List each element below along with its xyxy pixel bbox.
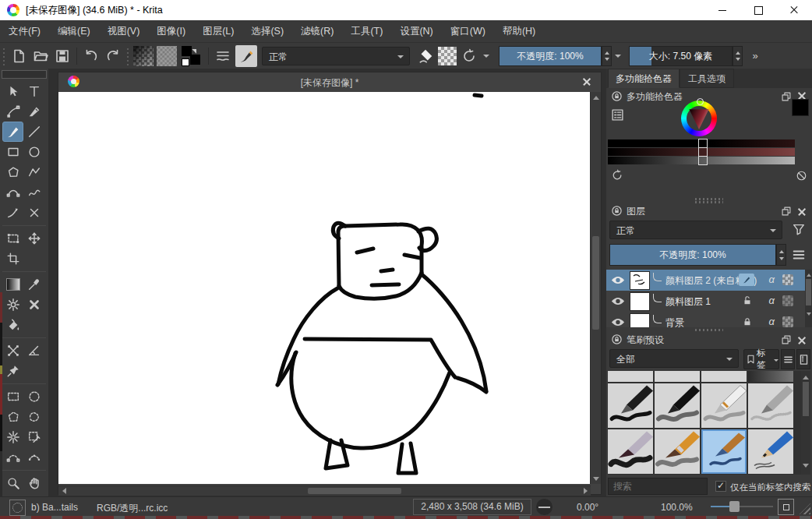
visibility-eye-icon[interactable] <box>611 296 625 306</box>
layer-thumbnail[interactable] <box>630 292 650 311</box>
preset-gray-pen[interactable] <box>748 383 793 428</box>
status-color-profile[interactable]: RGB/透明...rc.icc <box>97 502 168 515</box>
docker-resize-handle[interactable] <box>695 198 723 200</box>
toolbar-overflow-button[interactable]: » <box>749 50 761 62</box>
scroll-left-button[interactable] <box>58 486 68 496</box>
preset-paint-brush-dark[interactable] <box>608 429 653 474</box>
menu-help[interactable]: 帮助(H) <box>494 20 544 42</box>
lock-open-icon[interactable] <box>742 295 753 306</box>
tool-magnetic-select[interactable] <box>23 447 44 468</box>
preset-filter-dropdown[interactable]: 全部 <box>609 349 739 368</box>
redo-button[interactable] <box>102 45 124 67</box>
tool-assistants[interactable] <box>2 341 23 361</box>
preset-blue-pencil[interactable] <box>748 429 793 474</box>
tool-zoom[interactable] <box>2 473 23 493</box>
inherit-alpha-icon[interactable] <box>782 295 793 306</box>
tool-pattern-edit[interactable] <box>2 295 23 315</box>
tool-contiguous-select[interactable] <box>23 427 44 447</box>
undo-button[interactable] <box>80 45 102 67</box>
preset-airbrush[interactable] <box>748 371 793 382</box>
close-docker-button[interactable] <box>796 335 807 346</box>
canvas[interactable] <box>58 92 591 484</box>
tool-edit-shapes[interactable] <box>2 101 23 122</box>
tool-rectangle[interactable] <box>2 142 23 162</box>
canvas-vertical-scrollbar[interactable] <box>590 92 601 484</box>
tool-bezier-curve[interactable] <box>2 182 23 203</box>
opacity-slider[interactable]: 不透明度: 100% <box>499 46 602 66</box>
float-docker-icon[interactable] <box>781 334 792 345</box>
tool-pan[interactable] <box>23 473 44 493</box>
tool-measure[interactable] <box>23 341 44 361</box>
foreground-background-colors[interactable] <box>180 45 203 67</box>
layer-list-scrollbar[interactable] <box>805 270 812 327</box>
tool-transform-select[interactable] <box>2 81 23 101</box>
lock-closed-icon[interactable] <box>742 316 753 327</box>
tool-ellipse[interactable] <box>23 142 44 162</box>
preset-eraser-1[interactable] <box>608 371 653 382</box>
inherit-alpha-icon[interactable] <box>782 316 793 327</box>
pattern-selector[interactable] <box>157 46 177 66</box>
docker-lock-icon[interactable] <box>611 90 623 102</box>
float-docker-icon[interactable] <box>781 91 792 102</box>
preset-details-view-button[interactable] <box>796 349 810 369</box>
tool-move[interactable] <box>23 228 44 249</box>
scroll-up-button[interactable] <box>591 92 601 101</box>
color-bar-2[interactable] <box>608 148 795 156</box>
layer-opacity-slider[interactable]: 不透明度: 100% <box>609 244 776 266</box>
preset-basic-wet-selected[interactable] <box>701 429 747 474</box>
refresh-icon[interactable] <box>611 169 623 182</box>
preset-eraser-3[interactable] <box>701 371 747 382</box>
tool-ellipse-select[interactable] <box>23 387 44 407</box>
menu-select[interactable]: 选择(S) <box>242 20 292 42</box>
tool-calligraphy[interactable] <box>23 101 44 122</box>
tool-fill[interactable] <box>2 315 23 335</box>
visibility-eye-icon[interactable] <box>611 275 625 285</box>
search-scope-checkbox[interactable] <box>715 481 726 492</box>
reload-dropdown-arrow[interactable] <box>480 51 492 61</box>
opacity-spinner[interactable] <box>602 46 612 66</box>
blocked-colors-icon[interactable] <box>796 170 807 182</box>
layer-row[interactable]: 颜料图层 1 α <box>606 291 806 312</box>
tool-transform[interactable] <box>2 228 23 249</box>
toolbox-drag-handle[interactable] <box>2 70 47 79</box>
open-document-button[interactable] <box>30 45 51 67</box>
tool-reference-images[interactable] <box>2 361 23 381</box>
vertical-scroll-thumb[interactable] <box>592 236 599 330</box>
preset-marker[interactable] <box>655 383 700 428</box>
toolbar-grip[interactable] <box>2 47 6 65</box>
tool-freehand-select[interactable] <box>23 407 44 427</box>
layer-row[interactable]: 背景 α <box>606 312 806 327</box>
tool-rect-select[interactable] <box>2 387 23 407</box>
layer-thumbnail[interactable] <box>630 313 650 327</box>
scroll-down-button[interactable] <box>591 475 601 484</box>
zoom-slider-handle[interactable] <box>729 501 740 512</box>
inherit-alpha-icon[interactable] <box>782 274 793 285</box>
docker-resize-handle[interactable] <box>695 329 723 331</box>
presets-menu-button[interactable] <box>781 349 795 369</box>
blending-mode-dropdown[interactable]: 正常 <box>262 47 410 65</box>
layer-row[interactable]: 颜料图层 2 (来自粘贴) α <box>606 270 806 291</box>
tool-multibrush[interactable] <box>23 203 44 223</box>
edit-brush-settings-button[interactable] <box>235 45 257 67</box>
canvas-subwindow-titlebar[interactable]: [未保存图像] * <box>58 72 601 93</box>
zoom-slider[interactable] <box>711 506 773 507</box>
preset-ink-pen[interactable] <box>608 383 653 428</box>
canvas-rotation-dial[interactable] <box>536 499 553 515</box>
zoom-fit-button[interactable] <box>778 499 794 515</box>
alpha-lock-icon[interactable]: α <box>769 316 775 327</box>
tool-similar-color-select[interactable] <box>2 427 23 447</box>
current-color-swatch[interactable] <box>792 99 809 116</box>
menu-layer[interactable]: 图层(L) <box>194 20 242 42</box>
preset-search-input[interactable] <box>608 478 708 495</box>
preset-eraser-2[interactable] <box>655 371 700 382</box>
selector-settings-icon[interactable] <box>611 108 624 122</box>
color-bar-1[interactable] <box>608 139 795 147</box>
maximize-button[interactable] <box>740 0 776 20</box>
tool-dynamic-brush[interactable] <box>2 203 23 223</box>
layer-filter-icon[interactable] <box>792 222 806 236</box>
tool-gradient[interactable] <box>2 274 23 295</box>
tab-advanced-color-selector[interactable]: 多功能拾色器 <box>608 69 680 88</box>
window-resize-grip[interactable] <box>800 503 810 514</box>
tool-line[interactable] <box>23 122 44 142</box>
tool-crop[interactable] <box>2 249 23 269</box>
